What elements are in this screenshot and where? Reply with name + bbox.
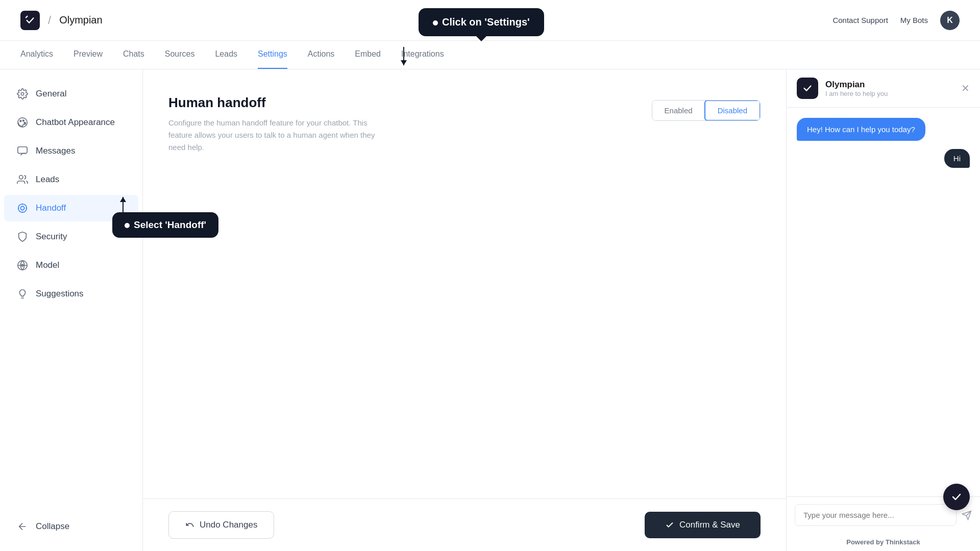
app-name: Olympian	[59, 14, 102, 26]
sidebar-item-collapse[interactable]: Collapse	[4, 513, 138, 540]
sidebar-item-chatbot-appearance[interactable]: Chatbot Appearance	[4, 109, 138, 136]
chat-bot-info: Olympian I am here to help you	[825, 80, 888, 97]
contact-support-link[interactable]: Contact Support	[832, 16, 888, 24]
chat-close-button[interactable]: ✕	[961, 82, 970, 94]
svg-rect-5	[18, 147, 27, 154]
app-logo-icon[interactable]	[20, 11, 40, 30]
tab-leads[interactable]: Leads	[215, 41, 237, 69]
sidebar-item-messages[interactable]: Messages	[4, 138, 138, 164]
settings-callout-arrow	[403, 47, 404, 65]
chat-header: Olympian I am here to help you ✕	[787, 69, 980, 108]
logo-area: / Olympian	[20, 11, 103, 30]
sidebar-item-leads[interactable]: Leads	[4, 166, 138, 193]
sidebar-item-general[interactable]: General	[4, 81, 138, 107]
chat-message-user-1: Hi	[944, 149, 970, 168]
sidebar-item-model[interactable]: Model	[4, 252, 138, 279]
handoff-text-block: Human handoff Configure the human handof…	[168, 95, 393, 154]
main-layout: General Chatbot Appearance	[0, 69, 980, 551]
svg-point-0	[21, 92, 24, 95]
tab-embed[interactable]: Embed	[355, 41, 381, 69]
tab-preview[interactable]: Preview	[74, 41, 103, 69]
toggle-disabled-button[interactable]: Disabled	[704, 100, 761, 121]
handoff-icon	[16, 202, 29, 214]
topbar: / Olympian Click on 'Settings' Contact S…	[0, 0, 980, 41]
handoff-callout-tooltip: Select 'Handoff'	[112, 212, 218, 238]
settings-callout-tooltip: Click on 'Settings'	[419, 8, 544, 36]
chat-messages: Hey! How can I help you today? Hi	[787, 108, 980, 496]
palette-icon	[16, 116, 29, 129]
sidebar-label-chatbot-appearance: Chatbot Appearance	[36, 117, 115, 128]
svg-point-7	[20, 206, 24, 210]
chat-send-button[interactable]	[962, 510, 972, 520]
handoff-toggle-group: Enabled Disabled	[652, 100, 761, 121]
sidebar-label-handoff: Handoff	[36, 203, 66, 213]
chat-panel: Olympian I am here to help you ✕ Hey! Ho…	[786, 69, 980, 551]
chat-fab-button[interactable]	[943, 484, 970, 510]
collapse-icon	[16, 520, 29, 533]
undo-icon	[185, 520, 194, 530]
my-bots-link[interactable]: My Bots	[900, 16, 928, 24]
check-icon	[665, 520, 674, 530]
model-icon	[16, 259, 29, 271]
handoff-title: Human handoff	[168, 95, 393, 111]
svg-point-2	[20, 120, 21, 122]
users-icon	[16, 173, 29, 186]
svg-point-8	[18, 204, 27, 213]
content-main: Human handoff Configure the human handof…	[143, 69, 786, 498]
chat-message-bot-1: Hey! How can I help you today?	[797, 118, 925, 141]
chat-bot-subtitle: I am here to help you	[825, 90, 888, 97]
sidebar-item-suggestions[interactable]: Suggestions	[4, 281, 138, 307]
send-icon	[962, 510, 972, 520]
handoff-section: Human handoff Configure the human handof…	[168, 95, 761, 154]
sidebar-label-model: Model	[36, 260, 59, 270]
sidebar-label-suggestions: Suggestions	[36, 289, 84, 299]
powered-by-label: Powered by	[846, 538, 884, 546]
sidebar-bottom: Collapse	[0, 512, 142, 541]
tab-integrations[interactable]: Integrations	[401, 41, 444, 69]
tab-actions[interactable]: Actions	[308, 41, 334, 69]
svg-point-6	[19, 176, 23, 179]
sidebar-label-general: General	[36, 89, 66, 99]
nav-tabs: Analytics Preview Chats Sources Leads Se…	[0, 41, 980, 69]
powered-by-brand: Thinkstack	[886, 538, 920, 546]
chat-message-input[interactable]	[795, 504, 957, 526]
sidebar-label-leads: Leads	[36, 174, 59, 185]
sidebar: General Chatbot Appearance	[0, 69, 143, 551]
breadcrumb-slash: /	[48, 14, 51, 27]
sidebar-label-messages: Messages	[36, 146, 75, 156]
lightbulb-icon	[16, 288, 29, 300]
content-area: Human handoff Configure the human handof…	[143, 69, 786, 551]
content-footer: Undo Changes Confirm & Save	[143, 498, 786, 551]
handoff-description: Configure the human handoff feature for …	[168, 117, 393, 154]
tab-analytics[interactable]: Analytics	[20, 41, 53, 69]
confirm-save-button[interactable]: Confirm & Save	[645, 512, 761, 538]
topbar-right: Contact Support My Bots K	[832, 11, 960, 30]
tab-sources[interactable]: Sources	[165, 41, 195, 69]
tab-chats[interactable]: Chats	[123, 41, 144, 69]
user-avatar[interactable]: K	[940, 11, 960, 30]
sidebar-label-collapse: Collapse	[36, 521, 69, 532]
chat-bot-logo	[797, 78, 818, 99]
shield-icon	[16, 231, 29, 243]
toggle-enabled-button[interactable]: Enabled	[652, 101, 705, 120]
tab-settings[interactable]: Settings	[258, 41, 287, 69]
svg-point-4	[24, 122, 26, 124]
chat-bot-name: Olympian	[825, 80, 888, 90]
message-icon	[16, 145, 29, 157]
chat-footer: Powered by Thinkstack	[787, 533, 980, 551]
svg-point-3	[22, 120, 24, 121]
gear-icon	[16, 88, 29, 100]
sidebar-label-security: Security	[36, 232, 67, 242]
undo-changes-button[interactable]: Undo Changes	[168, 511, 274, 539]
